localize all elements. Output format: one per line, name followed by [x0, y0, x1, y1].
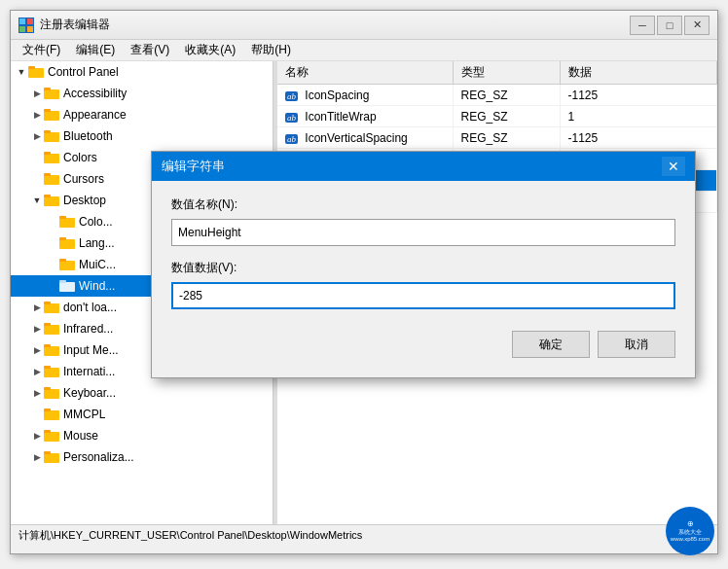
dialog-close-button[interactable]: ✕: [662, 157, 685, 176]
menu-edit[interactable]: 编辑(E): [68, 40, 123, 60]
tree-label-mouse: Mouse: [63, 429, 98, 443]
tree-item-mouse[interactable]: ▶ Mouse: [11, 425, 273, 446]
tree-label-infrared: Infrared...: [63, 322, 113, 336]
tree-arrow-control-panel: ▼: [15, 65, 28, 79]
col-header-name: 名称: [277, 61, 453, 85]
svg-rect-13: [44, 152, 51, 155]
menu-file[interactable]: 文件(F): [15, 40, 68, 60]
svg-rect-29: [44, 323, 51, 326]
folder-icon-international: [44, 365, 59, 378]
svg-rect-18: [59, 218, 75, 228]
folder-icon-muic: [59, 258, 75, 271]
svg-rect-4: [28, 68, 44, 78]
folder-icon-windowmetrics: [59, 279, 75, 293]
folder-icon-desktop: [44, 194, 59, 207]
tree-arrow-colors: [30, 151, 44, 164]
tree-arrow-desktop: ▼: [30, 194, 44, 207]
tree-arrow-inputme: ▶: [30, 343, 44, 357]
dialog-title-bar: 编辑字符串 ✕: [152, 152, 695, 181]
reg-data-icontitlewrap: 1: [560, 106, 717, 127]
svg-rect-0: [19, 18, 25, 24]
tree-label-international: Internati...: [63, 365, 115, 378]
reg-data-iconspacing: -1125: [560, 85, 717, 106]
title-bar: 注册表编辑器 ─ □ ✕: [11, 11, 717, 40]
svg-rect-9: [44, 109, 51, 112]
svg-rect-12: [44, 154, 59, 163]
minimize-button[interactable]: ─: [630, 16, 655, 35]
folder-icon-accessibility: [44, 87, 59, 100]
type-badge-ab: ab: [285, 134, 298, 144]
value-input[interactable]: [171, 282, 675, 309]
data-label: 数值数据(V):: [171, 260, 675, 276]
svg-rect-27: [44, 302, 51, 304]
ok-button[interactable]: 确定: [512, 331, 590, 358]
svg-rect-20: [59, 239, 75, 249]
menu-favorites[interactable]: 收藏夹(A): [177, 40, 243, 60]
menu-view[interactable]: 查看(V): [123, 40, 177, 60]
reg-name-iconspacing: ab IconSpacing: [277, 85, 453, 106]
tree-label-mmcpl: MMCPL: [63, 408, 105, 421]
edit-dialog: 编辑字符串 ✕ 数值名称(N): 数值数据(V): 确定 取消: [151, 151, 696, 378]
watermark: ⊕ 系统大全www.xp85.com: [666, 507, 714, 555]
window-title: 注册表编辑器: [40, 17, 630, 33]
tree-label-cursors: Cursors: [63, 172, 104, 186]
tree-item-accessibility[interactable]: ▶ Accessibility: [11, 83, 273, 104]
tree-arrow-colors2: [46, 215, 59, 229]
name-input[interactable]: [171, 219, 675, 246]
svg-rect-1: [27, 18, 33, 24]
tree-label-appearance: Appearance: [63, 108, 127, 122]
svg-rect-14: [44, 175, 59, 185]
status-bar: 计算机\HKEY_CURRENT_USER\Control Panel\Desk…: [11, 524, 717, 546]
type-badge-ab: ab: [285, 91, 298, 101]
status-path: 计算机\HKEY_CURRENT_USER\Control Panel\Desk…: [18, 528, 362, 543]
svg-rect-31: [44, 344, 51, 347]
tree-arrow-mouse: ▶: [30, 429, 44, 443]
folder-icon-infrared: [44, 322, 59, 336]
folder-icon-keyboard: [44, 386, 59, 400]
tree-arrow-muic: [46, 258, 59, 271]
svg-rect-28: [44, 325, 59, 335]
tree-item-control-panel[interactable]: ▼ Control Panel: [11, 61, 273, 83]
tree-item-appearance[interactable]: ▶ Appearance: [11, 104, 273, 125]
tree-item-personalization[interactable]: ▶ Personaliza...: [11, 446, 273, 468]
table-row[interactable]: ab IconSpacing REG_SZ -1125: [277, 85, 717, 106]
tree-label-muic: MuiC...: [79, 258, 116, 271]
svg-rect-2: [19, 26, 25, 32]
tree-label-inputme: Input Me...: [63, 343, 119, 357]
menu-help[interactable]: 帮助(H): [243, 40, 299, 60]
folder-icon-appearance: [44, 108, 59, 122]
folder-icon-mmcpl: [44, 408, 59, 421]
tree-arrow-accessibility: ▶: [30, 87, 44, 100]
maximize-button[interactable]: □: [657, 16, 682, 35]
svg-rect-39: [44, 430, 51, 433]
tree-arrow-dontload: ▶: [30, 301, 44, 314]
svg-rect-36: [44, 410, 59, 420]
cancel-button[interactable]: 取消: [598, 331, 675, 358]
tree-arrow-lang: [46, 236, 59, 250]
folder-icon-bluetooth: [44, 129, 59, 143]
tree-label-windowmetrics: Wind...: [79, 279, 115, 293]
table-row[interactable]: ab IconTitleWrap REG_SZ 1: [277, 106, 717, 127]
dialog-title: 编辑字符串: [162, 158, 662, 175]
window-controls: ─ □ ✕: [630, 16, 710, 35]
tree-arrow-bluetooth: ▶: [30, 129, 44, 143]
tree-label-lang: Lang...: [79, 236, 115, 250]
tree-item-bluetooth[interactable]: ▶ Bluetooth: [11, 125, 273, 147]
tree-item-mmcpl[interactable]: MMCPL: [11, 404, 273, 425]
close-button[interactable]: ✕: [684, 16, 710, 35]
tree-arrow-cursors: [30, 172, 44, 186]
svg-rect-34: [44, 389, 59, 399]
tree-arrow-mmcpl: [30, 408, 44, 421]
tree-item-keyboard[interactable]: ▶ Keyboar...: [11, 382, 273, 404]
svg-rect-21: [59, 237, 66, 240]
table-row[interactable]: ab IconVerticalSpacing REG_SZ -1125: [277, 127, 717, 149]
svg-rect-32: [44, 368, 59, 377]
svg-rect-25: [59, 280, 66, 283]
reg-type-icontitlewrap: REG_SZ: [453, 106, 560, 127]
col-header-data: 数据: [560, 61, 717, 85]
svg-rect-23: [59, 259, 66, 262]
svg-rect-17: [44, 195, 51, 197]
folder-icon-mouse: [44, 429, 59, 443]
folder-icon-dontload: [44, 301, 59, 314]
tree-label-colors: Colors: [63, 151, 97, 164]
